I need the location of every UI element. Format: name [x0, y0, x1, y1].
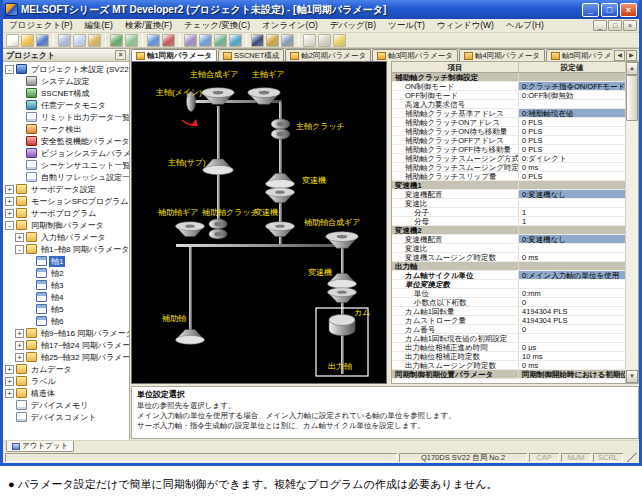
settings-row[interactable]: 変速機2	[392, 226, 625, 235]
tree-item[interactable]: システム設定	[3, 75, 129, 87]
tree-expand-toggle[interactable]	[15, 77, 24, 86]
menu-item[interactable]: ウィンドウ(W)	[431, 20, 500, 32]
transfer-setup-icon[interactable]	[184, 34, 197, 47]
project-panel-close-icon[interactable]: ×	[115, 50, 126, 60]
tree-item[interactable]: マーク検出	[3, 123, 129, 135]
document-tab[interactable]: 軸4同期パラメータ	[459, 49, 545, 61]
setting-value[interactable]: 0	[519, 298, 625, 306]
setting-value[interactable]: 4194304 PLS	[519, 316, 625, 324]
settings-row[interactable]: 同期制御初期位置パラメータ 同期制御開始時における初期位置合わ	[392, 370, 625, 379]
tree-item[interactable]: + サーボデータ設定	[3, 183, 129, 195]
cut-icon[interactable]	[58, 34, 71, 47]
setting-value[interactable]: 0:変速機なし	[519, 190, 625, 198]
settings-row[interactable]: 補助軸クラッチスリップ量 0 PLS	[392, 172, 625, 181]
tree-item[interactable]: 軸4	[3, 291, 129, 303]
minimize-button[interactable]: _	[582, 3, 599, 17]
settings-row[interactable]: 出力軸位相補正進め時間 0 μs	[392, 343, 625, 352]
tree-expand-toggle[interactable]	[15, 161, 24, 170]
tree-expand-toggle[interactable]	[15, 137, 24, 146]
setting-value[interactable]	[519, 280, 625, 288]
document-tab[interactable]: 軸5同期パラメータ	[546, 49, 612, 61]
setting-value[interactable]: 0 PLS	[519, 127, 625, 135]
tree-expand-toggle[interactable]: +	[5, 365, 14, 374]
tree-item[interactable]: + モーションSFCプログラム	[3, 195, 129, 207]
setting-value[interactable]: 同期制御開始時における初期位置合わ	[519, 370, 625, 378]
tree-expand-toggle[interactable]: +	[15, 233, 24, 242]
settings-row[interactable]: 補助軸クラッチスムージング時定数 0 ms	[392, 163, 625, 172]
tree-expand-toggle[interactable]: -	[15, 245, 24, 254]
tree-item[interactable]: SSCNET構成	[3, 87, 129, 99]
setting-value[interactable]: 0:mm	[519, 289, 625, 297]
tree-expand-toggle[interactable]	[15, 89, 24, 98]
setting-value[interactable]	[519, 262, 625, 270]
tree-item[interactable]: デバイスコメント	[3, 411, 129, 423]
tree-item[interactable]: - プロジェクト未設定 (SV22 アドバンスト同期制御)	[3, 63, 129, 75]
setting-value[interactable]: 0	[519, 325, 625, 333]
tree-item[interactable]: 軸2	[3, 267, 129, 279]
setting-value[interactable]: 10 ms	[519, 352, 625, 360]
setting-value[interactable]: 0 ms	[519, 253, 625, 261]
tree-expand-toggle[interactable]	[25, 281, 34, 290]
paste-icon[interactable]	[88, 34, 101, 47]
setting-value[interactable]: 0 PLS	[519, 136, 625, 144]
settings-scrollbar[interactable]: ▲ ▼	[625, 62, 638, 383]
tree-expand-toggle[interactable]	[5, 401, 14, 410]
tree-item[interactable]: ビジョンシステムパラメータ	[3, 147, 129, 159]
settings-row[interactable]: 補助軸クラッチOFF待ち移動量 0 PLS	[392, 145, 625, 154]
tree-expand-toggle[interactable]: +	[15, 341, 24, 350]
tree-expand-toggle[interactable]	[25, 257, 34, 266]
tree-item[interactable]: + サーボプログラム	[3, 207, 129, 219]
tree-expand-toggle[interactable]	[15, 113, 24, 122]
servo-setup-icon[interactable]	[281, 34, 294, 47]
setting-value[interactable]: 0:クラッチ指令ON/OFFモード	[519, 82, 625, 90]
settings-row[interactable]: 分子 1	[392, 208, 625, 217]
settings-row[interactable]: 高速入力要求信号	[392, 100, 625, 109]
tree-expand-toggle[interactable]	[15, 173, 24, 182]
tree-expand-toggle[interactable]: +	[15, 353, 24, 362]
settings-row[interactable]: 補助軸クラッチON待ち移動量 0 PLS	[392, 127, 625, 136]
settings-row[interactable]: カム軸1回転量 4194304 PLS	[392, 307, 625, 316]
open-project-icon[interactable]	[21, 34, 34, 47]
tree-expand-toggle[interactable]	[15, 125, 24, 134]
settings-row[interactable]: 補助軸クラッチOFFアドレス 0 PLS	[392, 136, 625, 145]
scrollbar-thumb[interactable]	[626, 75, 638, 121]
mdi-close-button[interactable]: ×	[623, 20, 637, 31]
setting-value[interactable]: 0 μs	[519, 343, 625, 351]
maximize-button[interactable]: □	[601, 3, 618, 17]
settings-row[interactable]: 補助軸クラッチONアドレス 0 PLS	[392, 118, 625, 127]
settings-row[interactable]: 変速比	[392, 199, 625, 208]
tree-expand-toggle[interactable]	[25, 269, 34, 278]
setting-value[interactable]: 0 PLS	[519, 118, 625, 126]
menu-item[interactable]: ヘルプ(H)	[500, 20, 550, 32]
tree-expand-toggle[interactable]: +	[5, 389, 14, 398]
setting-value[interactable]	[519, 100, 625, 108]
setting-value[interactable]: 1	[519, 208, 625, 216]
tree-expand-toggle[interactable]: +	[15, 329, 24, 338]
settings-row[interactable]: 単位変換定数	[392, 280, 625, 289]
zoom-in-icon[interactable]	[303, 34, 316, 47]
tree-item[interactable]: リミット出力データ一覧	[3, 111, 129, 123]
tree-item[interactable]: + 軸17~軸24 同期パラメータ	[3, 339, 129, 351]
tab-scroll-left-icon[interactable]: ◀	[614, 50, 625, 61]
setting-value[interactable]	[519, 199, 625, 207]
mdi-restore-button[interactable]: □	[608, 20, 622, 31]
tree-expand-toggle[interactable]: +	[5, 197, 14, 206]
project-check-icon[interactable]	[147, 34, 160, 47]
settings-row[interactable]: 変速機スムージング時定数 0 ms	[392, 253, 625, 262]
settings-row[interactable]: 変速比	[392, 244, 625, 253]
tree-expand-toggle[interactable]	[25, 293, 34, 302]
settings-row[interactable]: 出力軸	[392, 262, 625, 271]
tree-item[interactable]: - 軸1~軸8 同期パラメータ	[3, 243, 129, 255]
setting-value[interactable]: 1	[519, 217, 625, 225]
setting-value[interactable]	[519, 181, 625, 189]
tree-item[interactable]: + 軸9~軸16 同期パラメータ	[3, 327, 129, 339]
setting-value[interactable]: 0:ダイレクト	[519, 154, 625, 162]
tree-expand-toggle[interactable]: +	[5, 209, 14, 218]
tree-item[interactable]: 任意データモニタ	[3, 99, 129, 111]
tree-item[interactable]: + カムデータ	[3, 363, 129, 375]
read-from-motion-icon[interactable]	[214, 34, 227, 47]
setting-value[interactable]: 0:変速機なし	[519, 235, 625, 243]
tree-expand-toggle[interactable]	[15, 149, 24, 158]
redo-icon[interactable]	[125, 34, 138, 47]
menu-item[interactable]: 編集(E)	[79, 20, 119, 32]
